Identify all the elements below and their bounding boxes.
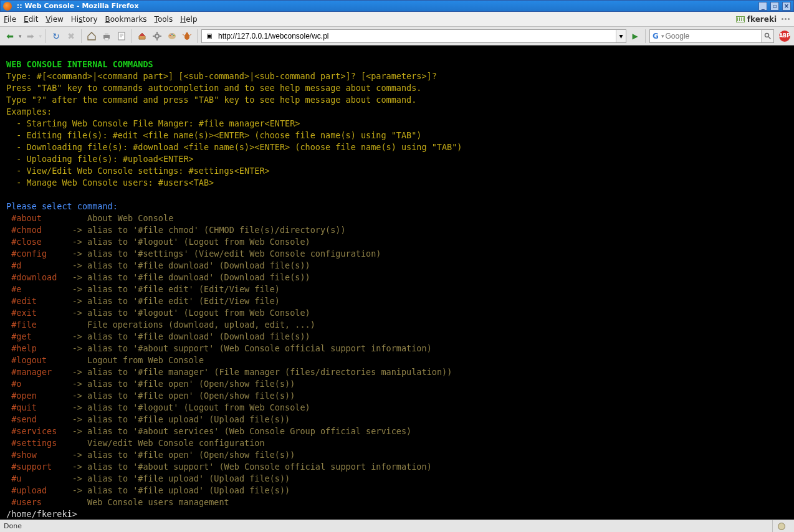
command-name: #u: [11, 473, 21, 483]
command-name: #get: [11, 331, 32, 341]
command-name: #close: [11, 237, 42, 247]
console-intro-5: - Editing file(s): #edit <file name(s)><…: [6, 130, 421, 140]
window-title: :: Web Console - Mozilla Firefox: [17, 2, 139, 10]
command-name: #config: [11, 249, 47, 259]
menu-overflow-icon[interactable]: [782, 15, 790, 24]
url-input[interactable]: [217, 30, 616, 42]
search-engine-icon[interactable]: G: [650, 32, 661, 40]
command-name: #help: [11, 343, 37, 353]
command-name: #edit: [11, 296, 37, 306]
menu-bookmarks[interactable]: Bookmarks: [105, 15, 147, 24]
command-name: #file: [11, 320, 37, 330]
window-minimize-button[interactable]: _: [758, 2, 767, 11]
svg-point-17: [765, 33, 768, 37]
command-desc: -> alias to '#about support' (Web Consol…: [72, 343, 432, 353]
brand-icon: [736, 16, 745, 22]
console-select-command: Please select command:: [6, 201, 118, 211]
back-button[interactable]: ⬅: [4, 30, 16, 42]
console-intro-9: - Manage Web Console users: #users<TAB>: [6, 178, 214, 188]
menu-help[interactable]: Help: [180, 15, 197, 24]
command-name: #show: [11, 450, 37, 460]
command-desc: -> alias to '#file manager' (File manage…: [72, 367, 452, 377]
print-button[interactable]: [100, 30, 113, 42]
menubar: File Edit View History Bookmarks Tools H…: [0, 12, 794, 27]
menu-tools[interactable]: Tools: [155, 15, 173, 24]
navigation-toolbar: ⬅ ▾ ➡ ▾ ↻ ✖ ▣ ▾: [0, 27, 794, 45]
save-button[interactable]: [115, 30, 128, 42]
menu-view[interactable]: View: [45, 15, 63, 24]
go-button[interactable]: ▶: [629, 30, 641, 42]
forward-button[interactable]: ➡: [24, 30, 37, 42]
menu-file[interactable]: File: [4, 15, 16, 24]
command-desc: -> alias to '#file open' (Open/show file…: [72, 450, 295, 460]
command-desc: About Web Console: [72, 213, 174, 223]
command-desc: -> alias to '#file download' (Download f…: [72, 260, 310, 270]
gear-button[interactable]: [151, 30, 163, 42]
console-intro-1: Press "TAB" key to commands autocompleti…: [6, 83, 421, 93]
svg-rect-1: [105, 33, 108, 35]
svg-point-11: [171, 34, 173, 35]
stop-button[interactable]: ✖: [65, 30, 77, 42]
command-name: #chmod: [11, 225, 42, 235]
console-intro-2: Type "?" after the command and press "TA…: [6, 95, 416, 105]
globe-icon: [778, 523, 785, 530]
command-desc: File operations (download, upload, edit,…: [72, 320, 315, 330]
status-text: Done: [4, 522, 22, 530]
window-maximize-button[interactable]: ▫: [770, 2, 779, 11]
svg-point-4: [155, 34, 159, 38]
command-list: #about About Web Console #chmod -> alias…: [6, 212, 788, 508]
console-output[interactable]: WEB CONSOLE INTERNAL COMMANDS Type: #[<c…: [0, 45, 794, 520]
console-intro-6: - Downloading file(s): #download <file n…: [6, 142, 462, 152]
page-favicon: ▣: [204, 31, 214, 41]
bug-button[interactable]: [181, 30, 193, 42]
svg-line-18: [768, 37, 770, 39]
command-desc: -> alias to '#settings' (View/edit Web C…: [72, 249, 381, 259]
svg-point-12: [173, 35, 175, 36]
status-bar: Done: [0, 520, 794, 532]
command-desc: -> alias to '#file chmod' (CHMOD file(s)…: [72, 225, 346, 235]
menu-edit[interactable]: Edit: [24, 15, 38, 24]
url-dropdown-button[interactable]: ▾: [616, 30, 626, 42]
command-name: #o: [11, 379, 21, 389]
url-bar[interactable]: ▣ ▾: [201, 29, 626, 43]
palette-button[interactable]: [166, 30, 178, 42]
command-desc: -> alias to '#file edit' (Edit/View file…: [72, 296, 280, 306]
command-name: #download: [11, 272, 57, 282]
command-desc: -> alias to '#about support' (Web Consol…: [72, 462, 432, 472]
adblock-icon[interactable]: ABP: [779, 31, 790, 42]
window-titlebar: :: Web Console - Mozilla Firefox _ ▫ ×: [0, 0, 794, 12]
search-bar[interactable]: G ▾: [649, 29, 774, 43]
command-name: #d: [11, 260, 21, 270]
window-close-button[interactable]: ×: [782, 2, 791, 11]
command-desc: Logout from Web Console: [72, 355, 204, 365]
home-button[interactable]: [85, 30, 98, 42]
command-desc: -> alias to '#file upload' (Upload file(…: [72, 473, 290, 483]
brand-label: fkereki: [747, 15, 777, 24]
console-intro-8: - View/Edit Web Console settings: #setti…: [6, 166, 270, 176]
status-security-panel[interactable]: [772, 520, 790, 532]
command-desc: -> alias to '#file download' (Download f…: [72, 272, 310, 282]
command-name: #manager: [11, 367, 52, 377]
firefox-icon: [3, 2, 12, 11]
command-desc: -> alias to '#file upload' (Upload file(…: [72, 414, 290, 424]
svg-rect-2: [105, 38, 108, 40]
house-button[interactable]: [136, 30, 148, 42]
menu-history[interactable]: History: [71, 15, 98, 24]
command-name: #e: [11, 284, 21, 294]
command-name: #settings: [11, 438, 57, 448]
command-name: #quit: [11, 402, 37, 412]
console-intro-3: Examples:: [6, 107, 52, 116]
reload-button[interactable]: ↻: [50, 30, 62, 42]
console-intro-4: - Starting Web Console File Manger: #fil…: [6, 118, 300, 128]
search-input[interactable]: [666, 30, 761, 42]
svg-line-14: [183, 34, 184, 36]
command-name: #logout: [11, 355, 47, 365]
command-desc: -> alias to '#logout' (Logout from Web C…: [72, 402, 310, 412]
command-name: #open: [11, 391, 37, 401]
console-header: WEB CONSOLE INTERNAL COMMANDS: [6, 59, 153, 69]
command-name: #about: [11, 213, 42, 223]
command-desc: -> alias to '#logout' (Logout from Web C…: [72, 308, 310, 318]
svg-point-16: [186, 32, 188, 35]
console-prompt[interactable]: /home/fkereki>: [6, 509, 77, 519]
search-button[interactable]: [761, 30, 773, 42]
